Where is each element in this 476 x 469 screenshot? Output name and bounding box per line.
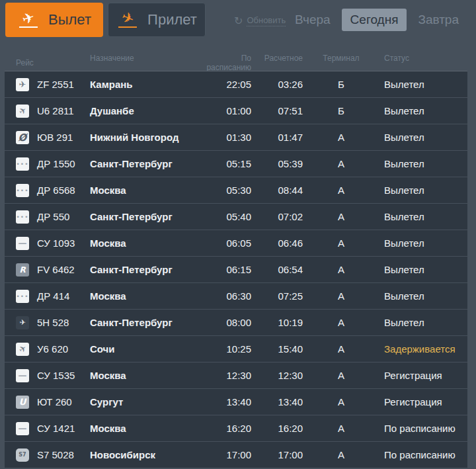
airline-logo-icon: •••: [16, 157, 29, 171]
status-cell: По расписанию: [379, 423, 467, 434]
terminal-cell: А: [303, 290, 379, 302]
refresh-button[interactable]: ↻ Обновить: [234, 15, 286, 26]
estimated-time-cell: 03:26: [251, 79, 303, 90]
estimated-time-cell: 12:30: [251, 370, 303, 381]
flight-cell: — СУ 1535: [16, 369, 90, 382]
flight-table-body: ✈ ZF 2551 Камрань 22:05 03:26 Б Вылетел …: [5, 71, 467, 468]
terminal-cell: А: [303, 423, 379, 434]
status-cell: Вылетел: [379, 132, 467, 143]
flight-row[interactable]: — СУ 1093 Москва 06:05 06:46 А Вылетел: [5, 230, 467, 257]
airline-logo-icon: •••: [16, 210, 29, 224]
column-destination: Назначение: [90, 54, 196, 72]
flight-row[interactable]: ••• ДР 414 Москва 06:30 07:25 А Вылетел: [5, 283, 467, 310]
scheduled-time-cell: 22:05: [196, 79, 251, 90]
status-cell: Регистрация: [379, 396, 467, 407]
airline-logo-icon: ✈: [16, 316, 29, 329]
column-terminal: Терминал: [303, 54, 379, 72]
airline-logo-icon: •••: [16, 290, 29, 303]
status-cell: Вылетел: [379, 158, 467, 169]
airline-logo-icon: •••: [16, 184, 29, 197]
day-yesterday[interactable]: Вчера: [294, 9, 332, 31]
destination-cell: Москва: [90, 370, 196, 381]
flight-row[interactable]: — СУ 1535 Москва 12:30 12:30 А Регистрац…: [5, 362, 467, 389]
destination-cell: Новосибирск: [90, 449, 196, 460]
estimated-time-cell: 10:19: [251, 317, 303, 328]
flight-row[interactable]: U ЮТ 260 Сургут 13:40 13:40 А Регистраци…: [5, 389, 467, 415]
destination-cell: Москва: [90, 290, 196, 302]
status-cell: Регистрация: [379, 370, 467, 381]
flight-cell: ••• ДР 6568: [16, 184, 90, 197]
destination-cell: Москва: [90, 237, 196, 249]
day-switcher: Вчера Сегодня Завтра: [294, 9, 460, 31]
terminal-cell: А: [303, 185, 379, 196]
scheduled-time-cell: 01:00: [196, 105, 251, 116]
estimated-time-cell: 15:40: [251, 343, 303, 355]
flight-row[interactable]: ••• ДР 1550 Санкт-Петербург 05:15 05:39 …: [5, 151, 467, 177]
destination-cell: Нижний Новгород: [90, 132, 196, 143]
flight-row[interactable]: — СУ 1421 Москва 16:20 16:20 А По распис…: [5, 415, 467, 442]
flight-row[interactable]: ✈ У6 620 Сочи 10:25 15:40 А Задерживаетс…: [5, 336, 467, 362]
flight-number: СУ 1421: [37, 423, 75, 434]
destination-cell: Душанбе: [90, 105, 196, 116]
scheduled-time-cell: 06:30: [196, 290, 251, 302]
airline-logo-icon: —: [16, 422, 29, 435]
terminal-cell: Б: [303, 105, 379, 116]
terminal-cell: А: [303, 132, 379, 143]
tab-departures[interactable]: ✈ Вылет: [5, 3, 103, 37]
tab-arrivals-label: Прилет: [147, 11, 197, 28]
flight-row[interactable]: ✈ 5Н 528 Санкт-Петербург 08:00 10:19 А В…: [5, 310, 467, 336]
terminal-cell: А: [303, 158, 379, 169]
estimated-time-cell: 05:39: [251, 158, 303, 169]
destination-cell: Камрань: [90, 79, 196, 90]
flight-number: ДР 550: [37, 211, 69, 222]
day-tomorrow[interactable]: Завтра: [416, 9, 460, 31]
destination-cell: Санкт-Петербург: [90, 211, 196, 222]
airline-logo-icon: S7: [16, 448, 29, 462]
flight-row[interactable]: ••• ДР 6568 Москва 05:30 08:44 А Вылетел: [5, 177, 467, 204]
flight-number: ДР 6568: [37, 185, 75, 196]
board-header: ✈ Вылет ✈ Прилет ↻ Обновить Вчера Сегодн…: [0, 0, 476, 71]
flight-cell: ✈ U6 2811: [16, 105, 90, 118]
flight-cell: ••• ДР 550: [16, 210, 90, 224]
airline-logo-icon: —: [16, 369, 29, 382]
terminal-cell: А: [303, 211, 379, 222]
scheduled-time-cell: 05:30: [196, 185, 251, 196]
airline-logo-icon: U: [16, 396, 29, 409]
flight-row[interactable]: Ø ЮВ 291 Нижний Новгород 01:30 01:47 А В…: [5, 124, 467, 151]
destination-cell: Москва: [90, 185, 196, 196]
airline-logo-icon: Ø: [16, 131, 29, 144]
terminal-cell: А: [303, 237, 379, 249]
airline-logo-icon: ✈: [16, 78, 29, 91]
terminal-cell: А: [303, 370, 379, 381]
estimated-time-cell: 17:00: [251, 449, 303, 460]
airline-logo-icon: —: [16, 237, 29, 250]
destination-cell: Сочи: [90, 343, 196, 355]
flight-row[interactable]: ✈ U6 2811 Душанбе 01:00 07:51 Б Вылетел: [5, 98, 467, 124]
terminal-cell: А: [303, 396, 379, 407]
estimated-time-cell: 08:44: [251, 185, 303, 196]
flight-cell: ••• ДР 1550: [16, 157, 90, 171]
tab-departures-label: Вылет: [48, 11, 91, 28]
flight-row[interactable]: ••• ДР 550 Санкт-Петербург 05:40 07:02 А…: [5, 204, 467, 230]
scheduled-time-cell: 06:15: [196, 264, 251, 275]
estimated-time-cell: 13:40: [251, 396, 303, 407]
scheduled-time-cell: 08:00: [196, 317, 251, 328]
tab-arrivals[interactable]: ✈ Прилет: [108, 3, 206, 37]
flight-row[interactable]: ✈ ZF 2551 Камрань 22:05 03:26 Б Вылетел: [5, 71, 467, 98]
flight-row[interactable]: R FV 6462 Санкт-Петербург 06:15 06:54 А …: [5, 257, 467, 283]
arrival-plane-icon: ✈: [116, 12, 139, 28]
estimated-time-cell: 07:51: [251, 105, 303, 116]
flight-cell: ✈ У6 620: [16, 343, 90, 356]
flight-cell: ✈ 5Н 528: [16, 316, 90, 329]
flight-number: У6 620: [37, 343, 68, 355]
flight-cell: R FV 6462: [16, 263, 90, 277]
flight-number: U6 2811: [37, 105, 74, 116]
flight-number: ЮТ 260: [37, 396, 72, 407]
flight-cell: — СУ 1421: [16, 422, 90, 435]
destination-cell: Москва: [90, 423, 196, 434]
flight-row[interactable]: S7 S7 5028 Новосибирск 17:00 17:00 А По …: [5, 442, 467, 468]
terminal-cell: А: [303, 343, 379, 355]
day-today[interactable]: Сегодня: [342, 9, 407, 31]
flight-cell: ••• ДР 414: [16, 290, 90, 303]
refresh-label: Обновить: [247, 15, 286, 26]
